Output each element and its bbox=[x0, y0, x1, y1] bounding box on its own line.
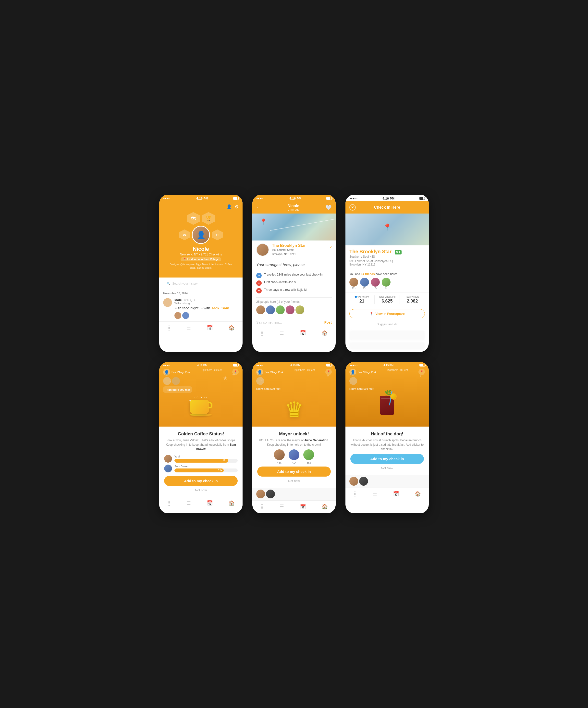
here-now-label: 👥 Here Now bbox=[349, 295, 374, 298]
here-now-value: 21 bbox=[349, 299, 374, 304]
nav-home-b1[interactable]: 🏠 bbox=[228, 500, 235, 506]
profile-actions: 👤 ⚙ bbox=[163, 204, 239, 210]
status-bar-1: ●●●○○ 4:16 PM bbox=[159, 195, 243, 201]
badge-top-row-2: 👤 East Village Park Right here 500 feet … bbox=[252, 368, 336, 376]
achievement-list: ✈ Travelled 2348 miles since your last c… bbox=[252, 271, 336, 297]
nav-grid-b3[interactable]: ⣿ bbox=[353, 491, 357, 497]
map-hex[interactable]: 🗺 bbox=[187, 212, 200, 225]
phone-badge-drink: ●●●○○ 4:19 PM ★ ★ 👤 East Village Park Ri… bbox=[345, 362, 429, 513]
friend-2-avatar bbox=[360, 278, 369, 287]
back-button[interactable]: ← bbox=[256, 205, 261, 210]
nav-list-2[interactable]: ☰ bbox=[280, 330, 284, 336]
nav-cal-2[interactable]: 📅 bbox=[300, 330, 306, 336]
trophy-hex[interactable]: 🏆 bbox=[202, 212, 215, 225]
friends-hex[interactable]: 142 bbox=[179, 230, 190, 240]
friend-chip-4: 4x bbox=[382, 278, 391, 290]
nav-grid-b2[interactable]: ⣿ bbox=[260, 504, 264, 509]
steam-1: 〜 bbox=[194, 395, 198, 400]
nav-list-b1[interactable]: ☰ bbox=[186, 500, 191, 506]
user-thumb-2: 👤 bbox=[256, 369, 263, 376]
b-person-1 bbox=[256, 490, 265, 498]
foursquare-button[interactable]: 📍 View in Foursquare bbox=[349, 309, 425, 318]
nav-grid-b1[interactable]: ⣿ bbox=[167, 500, 171, 506]
badge-title-coffee: Golden Coffee Status! bbox=[164, 432, 238, 437]
coffee-illustration: 〜 〜 〜 ✦ bbox=[159, 395, 243, 416]
venue-name-2[interactable]: The Brooklyn Star bbox=[272, 243, 327, 248]
phone-profile: ●●●○○ 4:16 PM 👤 ⚙ 🗺 🏆 142 bbox=[159, 195, 243, 352]
your-leader-info: You! 12x bbox=[175, 455, 238, 463]
tagged-friend-1[interactable]: Jack bbox=[211, 306, 219, 310]
battery-3 bbox=[420, 197, 425, 200]
competitor-1: 45x bbox=[274, 449, 285, 464]
leader-you: You! 12x bbox=[164, 455, 238, 463]
tagged-friends-avatars bbox=[175, 312, 239, 319]
nav-cal-b2[interactable]: 📅 bbox=[300, 504, 306, 509]
nav-home-b2[interactable]: 🏠 bbox=[322, 504, 328, 509]
venue-detail-arrow[interactable]: › bbox=[330, 243, 332, 249]
close-button[interactable]: ✕ bbox=[349, 204, 356, 211]
nav-list-b3[interactable]: ☰ bbox=[373, 491, 377, 497]
travel-text: Travelled 2348 miles since your last che… bbox=[264, 273, 322, 277]
battery-b2 bbox=[326, 364, 332, 366]
photos-hex[interactable]: 64 bbox=[212, 230, 223, 240]
sam-avatar bbox=[164, 465, 172, 472]
location-text-3: East Village Park bbox=[358, 371, 376, 374]
not-now-coffee[interactable]: Not now bbox=[164, 488, 238, 493]
app-grid: ●●●○○ 4:16 PM 👤 ⚙ 🗺 🏆 142 bbox=[140, 175, 448, 533]
add-checkin-button-mayor[interactable]: Add to my check in bbox=[257, 467, 331, 477]
hex-grid: 🗺 🏆 bbox=[187, 212, 215, 225]
nav-home-2[interactable]: 🏠 bbox=[322, 330, 328, 336]
say-something-input[interactable]: Say something... bbox=[256, 320, 322, 324]
cup-body-wrapper: ✦ bbox=[190, 400, 212, 416]
nav-home-b3[interactable]: 🏠 bbox=[415, 491, 421, 497]
add-friend-icon[interactable]: 👤 bbox=[226, 204, 232, 210]
friend-2-count: 20x bbox=[363, 287, 367, 290]
history-search[interactable]: 🔍 Search your history bbox=[163, 280, 239, 287]
nav-grid-icon[interactable]: ⣿ bbox=[167, 325, 171, 331]
add-checkin-button-coffee[interactable]: Add to my check in bbox=[164, 476, 238, 486]
blurred-content bbox=[345, 328, 429, 352]
not-now-mayor[interactable]: Not now bbox=[257, 479, 331, 484]
travel-icon: ✈ bbox=[256, 273, 262, 278]
tagged-friend-2[interactable]: Sam bbox=[221, 306, 229, 310]
nav-cal-b3[interactable]: 📅 bbox=[393, 491, 399, 497]
venue-thumbnail bbox=[256, 243, 269, 256]
distance-text: Right here 500 feet bbox=[200, 369, 221, 376]
venue-row: The Brooklyn Star 593 Lorimer Street Bro… bbox=[252, 240, 336, 259]
suggest-edit[interactable]: Suggest an Edit bbox=[345, 321, 429, 328]
nav-list-icon[interactable]: ☰ bbox=[186, 325, 191, 331]
friend-4-count: 4x bbox=[385, 287, 388, 290]
right-here-badge: Right here 500 feet bbox=[163, 386, 192, 393]
checkin-item[interactable]: Molé 🤍 6 💬 2 Williamsburg Fish taco nigh… bbox=[159, 296, 243, 322]
steam: 〜 〜 〜 bbox=[190, 395, 212, 400]
distance-text-2: Right here 500 feet bbox=[294, 369, 315, 376]
badge-top-row-3: 👤 East Village Park Right here 500 feet … bbox=[345, 368, 429, 376]
user-thumb-3: 👤 bbox=[349, 369, 356, 376]
profile-location: New York, NY • 2,761 Check-ins bbox=[180, 253, 222, 256]
add-checkin-button-drink[interactable]: Add to my check in bbox=[350, 454, 424, 464]
bg-people-row bbox=[159, 376, 243, 386]
battery-b1 bbox=[233, 364, 239, 366]
post-button[interactable]: Post bbox=[324, 320, 332, 324]
nav-list-b2[interactable]: ☰ bbox=[280, 504, 284, 509]
b3-person-1 bbox=[349, 477, 358, 485]
total-checkins-label: Total Check-ins bbox=[375, 295, 400, 298]
juice-gen-name: Juice Generation bbox=[304, 439, 328, 442]
drink-container: 🌿 bbox=[380, 396, 394, 415]
nav-calendar-icon[interactable]: 📅 bbox=[207, 325, 213, 331]
bg-people-2 bbox=[252, 376, 336, 386]
profile-last-seen: 📍 Last seen in East Village bbox=[181, 257, 221, 261]
settings-icon[interactable]: ⚙ bbox=[235, 204, 239, 210]
status-bar-3: ●●●○○ 4:16 PM bbox=[345, 195, 429, 201]
friends-count-link[interactable]: 14 friends bbox=[361, 272, 375, 276]
not-now-drink[interactable]: Not Now bbox=[350, 466, 424, 471]
profile-avatar[interactable]: 👤 bbox=[192, 226, 210, 244]
bg-p3-1 bbox=[349, 377, 357, 385]
heart-button[interactable]: 🤍 bbox=[326, 204, 332, 210]
badge-title-mayor: Mayor unlock! bbox=[257, 432, 331, 437]
nav-grid-2[interactable]: ⣿ bbox=[260, 330, 264, 336]
nav-home-icon[interactable]: 🏠 bbox=[228, 325, 235, 331]
bg-p-1 bbox=[256, 377, 264, 385]
comp-2-avatar bbox=[289, 449, 299, 460]
nav-cal-b1[interactable]: 📅 bbox=[207, 500, 213, 506]
